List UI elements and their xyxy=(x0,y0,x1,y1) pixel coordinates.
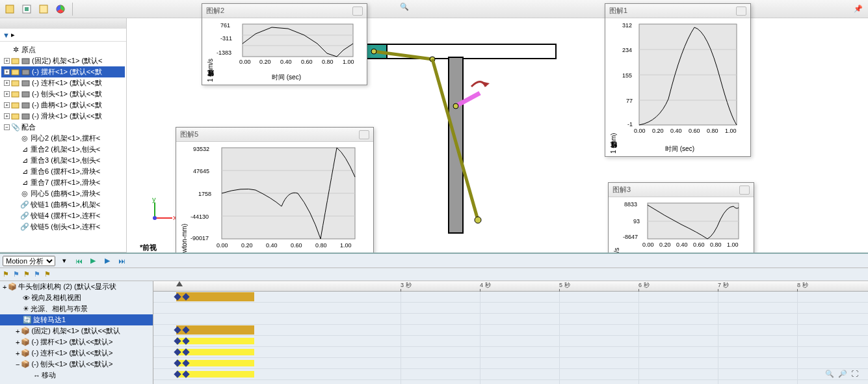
stop-icon[interactable]: ⏭ xyxy=(116,256,127,266)
expand-icon[interactable]: + xyxy=(4,91,10,97)
expand-icon[interactable]: + xyxy=(16,338,20,346)
close-icon[interactable] xyxy=(352,7,363,16)
motion-tree-item[interactable]: +📦牛头刨床机构 (2) (默认<显示状 xyxy=(0,281,153,292)
timeline-ruler[interactable]: 3 秒4 秒5 秒6 秒7 秒8 秒9 秒 xyxy=(153,281,868,292)
timeline-cursor[interactable] xyxy=(176,281,183,286)
svg-text:0.60: 0.60 xyxy=(693,241,705,248)
filter3-icon[interactable]: ⚑ xyxy=(23,270,30,279)
view-toolbar: 🔍 xyxy=(400,3,412,14)
origin-icon: ✲ xyxy=(11,46,20,54)
svg-text:1758: 1758 xyxy=(198,191,211,197)
item-label: 旋转马达1 xyxy=(33,315,66,325)
svg-text:0.40: 0.40 xyxy=(266,242,278,249)
mate-node[interactable]: ⊿重合7 (摆杆<1>,滑块< xyxy=(10,177,125,188)
timeline-row[interactable] xyxy=(153,358,868,369)
close-icon[interactable] xyxy=(739,185,750,195)
motion-tree-item[interactable]: +📦(固定) 机架<1> (默认<<默认 xyxy=(0,325,153,336)
motion-tree-item[interactable]: 👁视向及相机视图 xyxy=(0,292,153,303)
filter2-icon[interactable]: ⚑ xyxy=(13,270,20,279)
chart-window-5[interactable]: 图解5 应用的力矩2 (newton-mm) 93532476451758-44… xyxy=(176,127,374,271)
timeline-gridline xyxy=(718,292,718,384)
motion-tree-item[interactable]: 🔄旋转马达1 xyxy=(0,314,153,325)
timeline-row[interactable] xyxy=(153,314,868,325)
svg-text:1.00: 1.00 xyxy=(340,242,352,249)
tab-config[interactable] xyxy=(20,2,34,16)
motion-tree-item[interactable]: ☀光源、相机与布景 xyxy=(0,303,153,314)
play-icon[interactable]: ▶ xyxy=(102,256,112,266)
item-label: 移动 xyxy=(42,370,56,380)
expand-icon[interactable]: + xyxy=(4,58,10,64)
timeline-row[interactable] xyxy=(153,292,868,303)
expand-icon[interactable]: + xyxy=(4,113,10,119)
close-icon[interactable] xyxy=(359,130,369,139)
calculate-icon[interactable]: ⏮ xyxy=(73,256,84,266)
part2-icon xyxy=(21,102,31,109)
time-tick: 7 秒 xyxy=(718,281,729,290)
timeline-row[interactable] xyxy=(153,325,868,336)
zoom-fit-icon[interactable]: 🔍 xyxy=(400,3,412,14)
close-icon[interactable] xyxy=(736,7,746,16)
mate-node[interactable]: ◎同心2 (机架<1>,摆杆< xyxy=(10,133,125,144)
study-type-select[interactable]: Motion 分析 xyxy=(3,256,55,266)
timeline-row[interactable] xyxy=(153,380,868,384)
expand-icon[interactable]: + xyxy=(4,102,10,108)
expand-icon[interactable]: + xyxy=(16,327,20,335)
pin-icon[interactable]: 📌 xyxy=(851,2,865,16)
motion-tree-item[interactable]: ↔移动 xyxy=(0,370,153,381)
motion-tree-item[interactable]: +📦(-) 连杆<1> (默认<<默认> xyxy=(0,348,153,359)
svg-text:0.00: 0.00 xyxy=(217,242,228,249)
svg-text:234: 234 xyxy=(622,47,632,53)
component-node[interactable]: +(-) 连杆<1> (默认<<默 xyxy=(1,77,125,89)
mate-node[interactable]: ⊿重合2 (机架<1>,刨头< xyxy=(10,144,125,155)
timeline-row[interactable] xyxy=(153,336,868,347)
component-node[interactable]: +(-) 曲柄<1> (默认<<默 xyxy=(1,100,125,111)
mate-node[interactable]: 🔗铰链4 (摆杆<1>,连杆< xyxy=(10,210,125,221)
play-back-icon[interactable]: ▶ xyxy=(88,256,98,266)
part2-icon xyxy=(21,68,31,76)
filter-icon[interactable]: ▼ xyxy=(3,31,10,39)
component-node[interactable]: +(固定) 机架<1> (默认< xyxy=(1,55,125,66)
mate-node[interactable]: 🔗铰链1 (曲柄<1>,机架< xyxy=(10,199,125,210)
mate-node[interactable]: ⊿重合6 (摆杆<1>,滑块< xyxy=(10,166,125,177)
mate-node[interactable]: ◎同心5 (曲柄<1>,滑块< xyxy=(10,188,125,199)
component-node[interactable]: +(-) 摆杆<1> (默认<<默 xyxy=(1,66,125,77)
expand-icon[interactable]: + xyxy=(16,350,20,357)
component-node[interactable]: +(-) 刨头<1> (默认<<默 xyxy=(1,89,125,100)
panel-tabs xyxy=(0,18,126,29)
timeline-gridline xyxy=(401,292,401,384)
expand-icon[interactable]: − xyxy=(16,361,20,368)
filter-icon[interactable]: ⚑ xyxy=(3,270,9,279)
tab-appearance[interactable] xyxy=(53,2,68,16)
component-node[interactable]: +(-) 滑块<1> (默认<<默 xyxy=(1,111,125,122)
timeline-row[interactable] xyxy=(153,347,868,358)
mates-icon: 📎 xyxy=(11,123,20,131)
tab-feature-tree[interactable] xyxy=(3,2,17,16)
mate-node[interactable]: 🔗铰链5 (刨头<1>,连杆< xyxy=(10,221,125,232)
filter4-icon[interactable]: ⚑ xyxy=(34,270,40,279)
collapse-icon[interactable]: − xyxy=(4,124,10,130)
motion-tree-item[interactable]: −📦(-) 刨头<1> (默认<<默认> xyxy=(0,359,153,370)
settings-icon[interactable]: ▾ xyxy=(59,256,70,266)
svg-text:0.00: 0.00 xyxy=(634,128,646,134)
motion-tree-item[interactable]: +📦(-) 摆杆<1> (默认<<默认> xyxy=(0,336,153,348)
zoom-fit-icon[interactable]: ⛶ xyxy=(851,370,861,380)
chart-window-2[interactable]: 图解2 线性速度1 (mm/s 761-311-1383 0.000.200.4… xyxy=(202,3,367,85)
mate-node[interactable]: ⊿重合3 (机架<1>,刨头< xyxy=(10,155,125,166)
expand-icon[interactable]: + xyxy=(3,283,7,291)
item-label: (固定) 机架<1> (默认<<默认 xyxy=(31,326,120,336)
tab-property[interactable] xyxy=(36,2,51,16)
filter5-icon[interactable]: ⚑ xyxy=(44,270,51,279)
timeline-row[interactable] xyxy=(153,369,868,380)
zoom-out-icon[interactable]: 🔎 xyxy=(838,370,848,380)
chart2-xlabel: 时间 (sec) xyxy=(217,73,356,82)
mates-folder[interactable]: − 📎 配合 xyxy=(1,122,125,133)
expand-icon[interactable]: + xyxy=(4,69,10,75)
origin-node[interactable]: ✲ 原点 xyxy=(1,44,125,55)
timeline[interactable]: ⚡ ● ◐ § ↘ ✎ ● ☰ ⊞ 3 秒4 秒5 秒6 秒7 秒8 秒9 秒 xyxy=(153,281,868,384)
zoom-in-icon[interactable]: 🔍 xyxy=(825,370,835,380)
chart-window-1[interactable]: 图解1 线性位移1 (mm) 31223415577-1 0.000.200.4… xyxy=(605,3,751,157)
filter-arrow-icon[interactable]: ▸ xyxy=(11,31,15,39)
time-tick: 5 秒 xyxy=(559,281,570,290)
expand-icon[interactable]: + xyxy=(4,80,10,86)
timeline-row[interactable] xyxy=(153,303,868,314)
